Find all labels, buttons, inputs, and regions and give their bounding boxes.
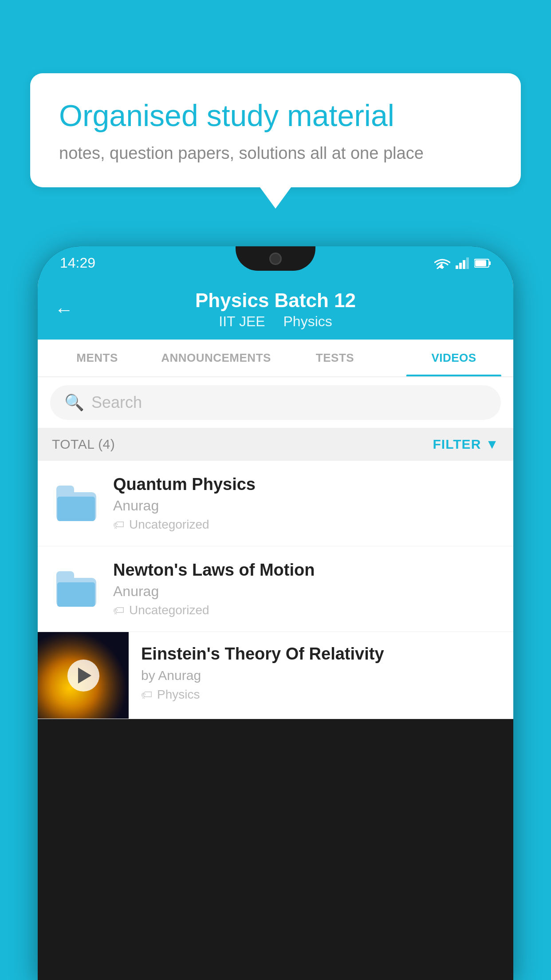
battery-icon (474, 258, 491, 268)
play-icon-3 (78, 668, 91, 684)
header-subtitle-part2: Physics (283, 313, 332, 329)
search-input[interactable]: Search (91, 393, 142, 412)
tag-label-1: Uncategorized (129, 518, 209, 532)
total-count: TOTAL (4) (52, 437, 115, 452)
tab-bar: MENTS ANNOUNCEMENTS TESTS VIDEOS (38, 340, 513, 377)
app-header-subtitle: IIT JEE Physics (215, 313, 335, 330)
header-subtitle-part1: IIT JEE (219, 313, 265, 329)
tab-announcements[interactable]: ANNOUNCEMENTS (157, 340, 276, 376)
filter-label: FILTER (433, 437, 481, 452)
video-info-1: Quantum Physics Anurag 🏷 Uncategorized (113, 475, 499, 532)
list-item[interactable]: Newton's Laws of Motion Anurag 🏷 Uncateg… (38, 546, 513, 632)
wifi-icon (434, 257, 450, 269)
filter-bar: TOTAL (4) FILTER ▼ (38, 428, 513, 461)
video-title-3: Einstein's Theory Of Relativity (141, 644, 501, 664)
speech-bubble: Organised study material notes, question… (30, 73, 521, 187)
status-bar: 14:29 (38, 246, 513, 280)
tab-tests[interactable]: TESTS (276, 340, 394, 376)
svg-rect-3 (459, 263, 462, 269)
list-item[interactable]: Quantum Physics Anurag 🏷 Uncategorized (38, 461, 513, 546)
video-tag-1: 🏷 Uncategorized (113, 518, 499, 532)
tab-ments[interactable]: MENTS (38, 340, 157, 376)
tag-label-3: Physics (157, 688, 200, 702)
speech-bubble-title: Organised study material (59, 98, 492, 134)
svg-rect-5 (466, 257, 469, 269)
tag-icon-2: 🏷 (113, 604, 125, 617)
list-item[interactable]: Einstein's Theory Of Relativity by Anura… (38, 632, 513, 719)
video-author-1: Anurag (113, 498, 499, 514)
svg-rect-2 (456, 265, 458, 269)
phone-content: ← Physics Batch 12 IIT JEE Physics MENTS… (38, 280, 513, 719)
app-header-title: Physics Batch 12 (195, 289, 356, 312)
tag-icon-3: 🏷 (141, 688, 153, 702)
video-list: Quantum Physics Anurag 🏷 Uncategorized (38, 461, 513, 719)
phone-frame: 14:29 ← Physics Batch 12 (38, 246, 513, 980)
search-bar[interactable]: 🔍 Search (50, 385, 501, 420)
app-header: ← Physics Batch 12 IIT JEE Physics (38, 280, 513, 340)
search-container: 🔍 Search (38, 377, 513, 428)
tab-videos[interactable]: VIDEOS (394, 340, 513, 376)
video-tag-2: 🏷 Uncategorized (113, 603, 499, 617)
video-info-2: Newton's Laws of Motion Anurag 🏷 Uncateg… (113, 561, 499, 617)
back-button[interactable]: ← (55, 299, 73, 320)
speech-bubble-subtitle: notes, question papers, solutions all at… (59, 144, 492, 163)
notch (236, 246, 315, 271)
filter-button[interactable]: FILTER ▼ (433, 437, 499, 452)
status-time: 14:29 (60, 255, 95, 271)
filter-icon: ▼ (485, 437, 499, 452)
video-author-3: by Anurag (141, 668, 501, 683)
signal-icon (456, 257, 469, 269)
svg-rect-8 (475, 260, 486, 266)
status-icons (434, 257, 491, 269)
svg-rect-7 (489, 261, 491, 265)
play-button-3[interactable] (67, 660, 99, 692)
video-tag-3: 🏷 Physics (141, 688, 501, 702)
video-title-2: Newton's Laws of Motion (113, 561, 499, 580)
video-author-2: Anurag (113, 583, 499, 600)
folder-thumb-1 (52, 479, 101, 528)
tag-icon-1: 🏷 (113, 518, 125, 532)
folder-icon-1 (56, 486, 96, 521)
svg-rect-4 (463, 260, 465, 269)
tag-label-2: Uncategorized (129, 603, 209, 617)
search-icon: 🔍 (64, 393, 84, 412)
video-title-1: Quantum Physics (113, 475, 499, 494)
folder-icon-2 (56, 571, 96, 607)
video-thumbnail-3 (38, 632, 129, 719)
video-info-3: Einstein's Theory Of Relativity by Anura… (129, 632, 513, 714)
camera (269, 253, 282, 265)
folder-thumb-2 (52, 565, 101, 613)
